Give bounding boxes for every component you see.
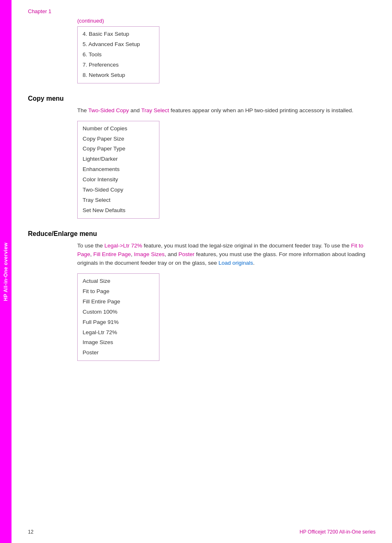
copy-item-8: Tray Select — [83, 195, 154, 206]
re-item-1: Actual Size — [83, 276, 154, 287]
chapter-label: Chapter 1 — [28, 8, 51, 14]
left-tab: HP All-in-One overview — [0, 0, 12, 543]
copy-desc-after: features appear only when an HP two-side… — [169, 107, 353, 113]
page-header: Chapter 1 — [28, 8, 376, 14]
poster-highlight: Poster — [178, 251, 194, 257]
setup-item-8: 8. Network Setup — [83, 70, 154, 81]
copy-menu-description: The Two-Sided Copy and Tray Select featu… — [77, 106, 376, 115]
re-desc-part-0: To use the — [77, 243, 104, 249]
re-item-2: Fit to Page — [83, 287, 154, 297]
re-desc-part-8: , and — [164, 251, 178, 257]
copy-item-1: Number of Copies — [83, 124, 154, 134]
re-item-3: Fill Entire Page — [83, 297, 154, 307]
reduce-enlarge-description: To use the Legal->Ltr 72% feature, you m… — [77, 242, 376, 268]
two-sided-copy-highlight: Two-Sided Copy — [88, 107, 129, 113]
re-desc-part-4: , — [90, 251, 94, 257]
reduce-enlarge-title: Reduce/Enlarge menu — [28, 230, 376, 238]
copy-desc-before: The — [77, 107, 88, 113]
re-desc-part-6: , — [131, 251, 134, 257]
page-footer: 12 HP Officejet 7200 All-in-One series — [28, 529, 376, 535]
copy-item-9: Set New Defaults — [83, 206, 154, 216]
main-content: Chapter 1 (continued) 4. Basic Fax Setup… — [12, 0, 392, 543]
tray-select-highlight: Tray Select — [141, 107, 169, 113]
re-item-4: Custom 100% — [83, 307, 154, 317]
copy-item-7: Two-Sided Copy — [83, 185, 154, 195]
copy-item-4: Lighter/Darker — [83, 154, 154, 164]
copy-desc-mid: and — [129, 107, 141, 113]
legal-ltr-highlight: Legal->Ltr 72% — [104, 243, 142, 249]
re-item-7: Image Sizes — [83, 337, 154, 348]
load-originals-link[interactable]: Load originals — [219, 260, 253, 266]
setup-menu-box: 4. Basic Fax Setup 5. Advanced Fax Setup… — [77, 26, 159, 83]
reduce-enlarge-menu-box: Actual Size Fit to Page Fill Entire Page… — [77, 273, 159, 361]
copy-item-6: Color Intensity — [83, 175, 154, 185]
footer-product-name: HP Officejet 7200 All-in-One series — [300, 529, 376, 535]
copy-item-3: Copy Paper Type — [83, 144, 154, 154]
setup-item-4: 4. Basic Fax Setup — [83, 29, 154, 39]
continued-label: (continued) — [77, 18, 376, 24]
re-item-8: Poster — [83, 348, 154, 358]
copy-item-5: Enhancements — [83, 164, 154, 175]
fill-entire-page-highlight: Fill Entire Page — [93, 251, 131, 257]
copy-menu-title: Copy menu — [28, 95, 376, 102]
footer-page-number: 12 — [28, 529, 33, 535]
re-item-6: Legal-Ltr 72% — [83, 328, 154, 338]
setup-item-7: 7. Preferences — [83, 60, 154, 70]
re-item-5: Full Page 91% — [83, 317, 154, 328]
re-desc-part-12: . — [253, 260, 255, 266]
left-tab-label: HP All-in-One overview — [3, 242, 9, 300]
image-sizes-highlight: Image Sizes — [134, 251, 164, 257]
re-desc-part-2: feature, you must load the legal-size or… — [142, 243, 351, 249]
setup-item-5: 5. Advanced Fax Setup — [83, 39, 154, 50]
page-container: HP All-in-One overview Chapter 1 (contin… — [0, 0, 392, 543]
setup-item-6: 6. Tools — [83, 50, 154, 60]
copy-menu-box: Number of Copies Copy Paper Size Copy Pa… — [77, 121, 159, 219]
copy-item-2: Copy Paper Size — [83, 134, 154, 144]
